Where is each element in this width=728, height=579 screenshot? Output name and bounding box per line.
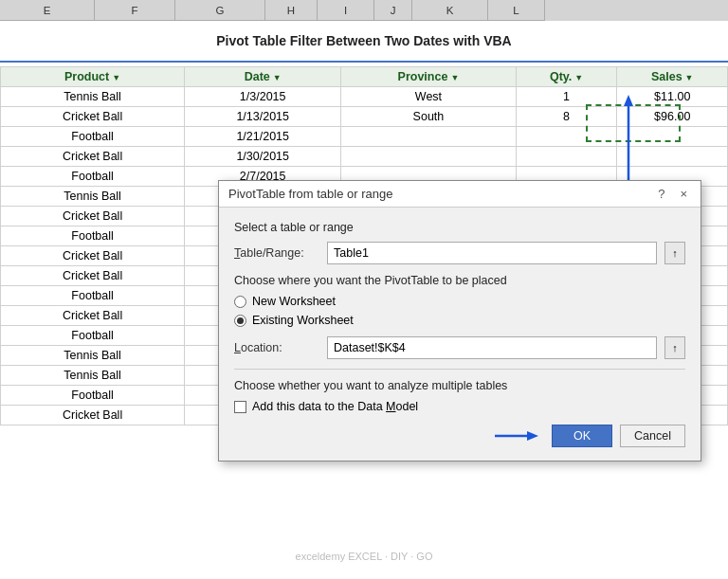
col-header-e[interactable]: E [0, 0, 95, 21]
analyze-label: Choose whether you want to analyze multi… [234, 379, 685, 392]
page-title: Pivot Table Filter Between Two Dates wit… [0, 25, 728, 63]
column-headers-row: E F G H I J K L [0, 0, 728, 21]
location-row: Location: Dataset!$K$4 ↑ [234, 336, 685, 359]
cancel-button[interactable]: Cancel [620, 425, 685, 447]
placement-label: Choose where you want the PivotTable to … [234, 274, 685, 287]
dialog-controls: ? × [654, 187, 691, 201]
add-data-model-checkbox[interactable] [234, 401, 246, 413]
col-header-g[interactable]: G [175, 0, 265, 21]
radio-new-worksheet-btn[interactable] [234, 296, 246, 308]
radio-new-worksheet[interactable]: New Worksheet [234, 295, 685, 308]
dialog-footer: OK Cancel [234, 425, 685, 447]
table-cell: West [341, 87, 516, 107]
svg-marker-3 [527, 431, 538, 441]
table-range-label: Table/Range: [234, 246, 319, 260]
ok-button[interactable]: OK [552, 425, 612, 447]
col-header-date[interactable]: Date▼ [185, 67, 341, 87]
col-header-sales[interactable]: Sales▼ [617, 67, 728, 87]
col-header-h[interactable]: H [265, 0, 318, 21]
dialog-titlebar: PivotTable from table or range ? × [219, 181, 701, 208]
radio-existing-worksheet-btn[interactable] [234, 315, 246, 327]
col-header-i[interactable]: I [318, 0, 374, 21]
table-cell [516, 147, 617, 167]
dialog-title: PivotTable from table or range [228, 187, 392, 201]
col-header-province[interactable]: Province▼ [341, 67, 516, 87]
table-cell: Tennis Ball [1, 346, 185, 366]
dialog-help-button[interactable]: ? [654, 187, 668, 201]
table-cell: South [341, 107, 516, 127]
table-cell: Tennis Ball [1, 366, 185, 386]
add-data-model-label: Add this data to the Data Model [252, 400, 418, 413]
radio-new-worksheet-label: New Worksheet [252, 295, 336, 308]
placement-radio-group: New Worksheet Existing Worksheet [234, 295, 685, 327]
table-cell: Cricket Ball [1, 406, 185, 425]
pivot-table-dialog: PivotTable from table or range ? × Selec… [218, 180, 701, 461]
table-cell: Cricket Ball [1, 266, 185, 286]
table-cell: Football [1, 326, 185, 346]
table-cell: 1/13/2015 [185, 107, 341, 127]
dialog-close-button[interactable]: × [676, 187, 691, 201]
table-cell: Football [1, 286, 185, 306]
table-cell: Tennis Ball [1, 187, 185, 207]
table-cell: Football [1, 127, 185, 147]
table-cell: Cricket Ball [1, 147, 185, 167]
location-input[interactable]: Dataset!$K$4 [327, 336, 657, 359]
ok-arrow-icon [493, 425, 540, 446]
radio-existing-worksheet[interactable]: Existing Worksheet [234, 314, 685, 327]
table-cell: 1/21/2015 [185, 127, 341, 147]
table-cell [341, 127, 516, 147]
add-data-model-row[interactable]: Add this data to the Data Model [234, 400, 685, 413]
table-cell: 1/3/2015 [185, 87, 341, 107]
table-cell: Cricket Ball [1, 207, 185, 226]
table-cell: Football [1, 386, 185, 406]
table-range-row: Table/Range: Table1 ↑ [234, 242, 685, 264]
col-header-j[interactable]: J [374, 0, 412, 21]
table-range-input[interactable]: Table1 [327, 242, 657, 264]
dialog-body: Select a table or range Table/Range: Tab… [219, 208, 701, 461]
col-header-f[interactable]: F [95, 0, 175, 21]
table-cell: Football [1, 167, 185, 187]
table-cell: Cricket Ball [1, 306, 185, 326]
svg-marker-1 [624, 95, 633, 106]
col-header-product[interactable]: Product▼ [1, 67, 185, 87]
table-cell: 1/30/2015 [185, 147, 341, 167]
table-cell: Football [1, 226, 185, 246]
location-upload-button[interactable]: ↑ [664, 336, 685, 359]
col-header-qty[interactable]: Qty.▼ [516, 67, 617, 87]
table-range-upload-button[interactable]: ↑ [664, 242, 685, 264]
table-cell [341, 147, 516, 167]
dialog-divider [234, 369, 685, 370]
select-range-label: Select a table or range [234, 221, 685, 234]
table-cell: Cricket Ball [1, 107, 185, 127]
location-label: Location: [234, 341, 319, 354]
table-cell: Tennis Ball [1, 87, 185, 107]
col-header-l[interactable]: L [488, 0, 545, 21]
radio-existing-worksheet-label: Existing Worksheet [252, 314, 354, 327]
col-header-k[interactable]: K [412, 0, 488, 21]
blue-arrow-vertical [614, 95, 643, 190]
watermark: exceldemy EXCEL · DIY · GO [296, 551, 433, 562]
table-cell: Cricket Ball [1, 246, 185, 266]
